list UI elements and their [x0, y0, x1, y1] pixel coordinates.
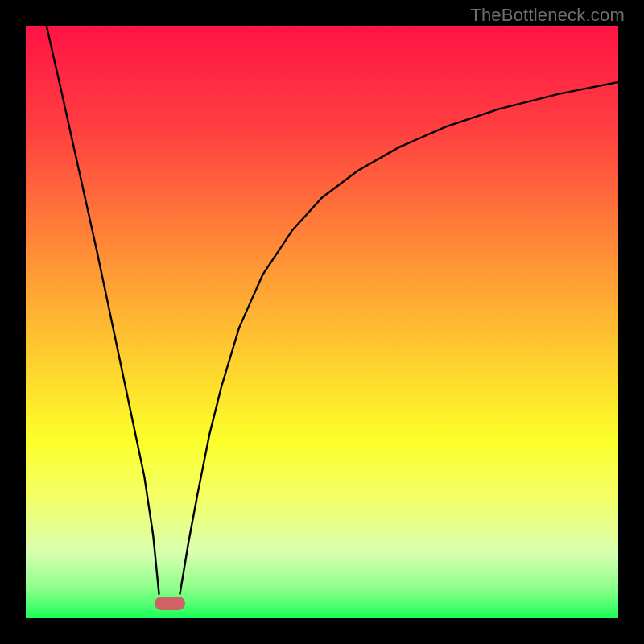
- chart-frame: TheBottleneck.com: [0, 0, 644, 644]
- plot-area: [26, 26, 618, 618]
- watermark-text: TheBottleneck.com: [470, 5, 625, 26]
- chart-svg: [26, 26, 618, 618]
- gradient-background: [26, 26, 618, 618]
- min-marker: [155, 597, 185, 611]
